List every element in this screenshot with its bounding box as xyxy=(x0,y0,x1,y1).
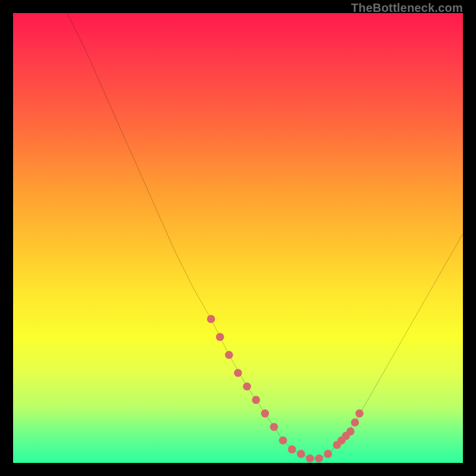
chart-svg xyxy=(13,13,463,463)
watermark-text: TheBottleneck.com xyxy=(351,1,463,15)
highlight-markers xyxy=(207,315,364,462)
marker-dot xyxy=(234,369,242,377)
marker-dot xyxy=(252,396,260,404)
marker-dot xyxy=(355,409,364,418)
marker-dot xyxy=(288,446,296,454)
marker-dot xyxy=(346,427,355,436)
marker-dot xyxy=(297,450,305,458)
bottleneck-curve xyxy=(67,13,463,458)
marker-dot xyxy=(216,333,224,342)
marker-dot xyxy=(324,450,332,458)
marker-dot xyxy=(306,455,314,463)
marker-dot xyxy=(243,383,251,391)
marker-dot xyxy=(279,436,287,444)
chart-frame: TheBottleneck.com xyxy=(0,0,476,476)
marker-dot xyxy=(207,315,215,323)
marker-dot xyxy=(315,455,323,463)
marker-dot xyxy=(261,409,270,418)
marker-dot xyxy=(225,351,233,359)
marker-dot xyxy=(270,423,278,431)
curve-line xyxy=(67,13,463,458)
marker-dot xyxy=(351,418,359,427)
